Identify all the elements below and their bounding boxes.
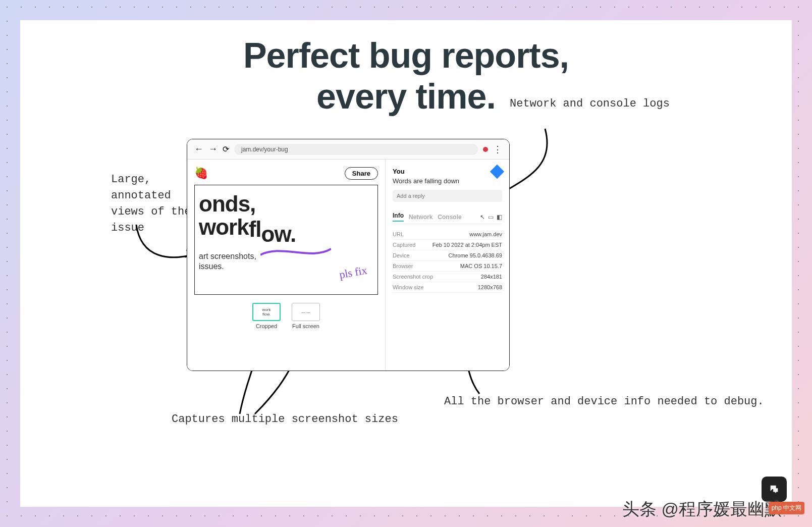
- browser-body: 🍓 Share onds, workflow. art screenshots,…: [187, 160, 509, 371]
- thumb-cropped-preview: workflow.: [252, 303, 281, 321]
- headline-line1: Perfect bug reports,: [20, 35, 792, 76]
- info-table: URLwww.jam.dev CapturedFeb 10 2022 at 2:…: [393, 229, 502, 293]
- headline-line2: every time.: [20, 76, 792, 117]
- watermark-text: 头条 @程序媛最幽默: [622, 498, 782, 521]
- content-card: Perfect bug reports, every time. Large, …: [20, 20, 792, 507]
- thumb-fullscreen-preview: — —: [292, 303, 320, 321]
- info-row: Screenshot crop284x181: [393, 272, 502, 282]
- thumb-fullscreen[interactable]: — — Full screen: [292, 303, 320, 329]
- device-icon[interactable]: ▭: [488, 214, 494, 221]
- info-row: Window size1280x768: [393, 282, 502, 293]
- info-row: DeviceChrome 95.0.4638.69: [393, 250, 502, 261]
- details-pane: You Words are falling down Info Network …: [386, 160, 509, 371]
- info-row: CapturedFeb 10 2022 at 2:04pm EST: [393, 240, 502, 250]
- underline-swoosh: [260, 246, 331, 258]
- reload-icon[interactable]: ⟳: [223, 144, 229, 154]
- thumb-cropped[interactable]: workflow. Cropped: [252, 303, 281, 329]
- back-icon[interactable]: ←: [194, 144, 203, 154]
- annotated-screenshot[interactable]: onds, workflow. art screenshots, issues.…: [194, 185, 378, 295]
- thumbnail-row: workflow. Cropped — — Full screen: [194, 303, 378, 329]
- annotation-bottom-right: All the browser and device info needed t…: [444, 394, 764, 410]
- bug-title: Words are falling down: [393, 177, 502, 185]
- chat-icon: [769, 484, 780, 495]
- thumb-cropped-label: Cropped: [252, 323, 281, 329]
- screenshot-pane: 🍓 Share onds, workflow. art screenshots,…: [187, 160, 386, 371]
- page-title: Perfect bug reports, every time.: [20, 35, 792, 117]
- tab-network[interactable]: Network: [409, 214, 432, 221]
- browser-window: ← → ⟳ jam.dev/your-bug ⋮ 🍓 Share onds, w…: [187, 139, 510, 371]
- screenshot-text-1: onds,: [199, 191, 255, 216]
- annotation-top-right: Network and console logs: [510, 96, 670, 112]
- url-field[interactable]: jam.dev/your-bug: [234, 144, 478, 155]
- panel-icon[interactable]: ◧: [497, 214, 502, 221]
- author-label: You: [393, 168, 502, 175]
- reply-input[interactable]: [393, 190, 502, 202]
- cursor-icon[interactable]: ↖: [480, 214, 485, 221]
- info-tabs: Info Network Console ↖ ▭ ◧: [393, 212, 502, 224]
- browser-toolbar: ← → ⟳ jam.dev/your-bug ⋮: [187, 139, 509, 160]
- forward-icon[interactable]: →: [208, 144, 218, 154]
- jira-icon[interactable]: [490, 165, 504, 179]
- thumb-fullscreen-label: Full screen: [292, 323, 320, 329]
- info-row: BrowserMAC OS 10.15.7: [393, 261, 502, 272]
- tab-console[interactable]: Console: [438, 214, 461, 221]
- kebab-menu-icon[interactable]: ⋮: [493, 144, 502, 155]
- extension-icon[interactable]: [483, 147, 488, 152]
- info-row: URLwww.jam.dev: [393, 229, 502, 240]
- tab-info[interactable]: Info: [393, 212, 404, 222]
- strawberry-icon: 🍓: [194, 167, 208, 180]
- share-button[interactable]: Share: [345, 167, 378, 180]
- watermark-badge: php 中文网: [769, 502, 804, 514]
- annotation-bottom: Captures multiple screenshot sizes: [172, 411, 398, 428]
